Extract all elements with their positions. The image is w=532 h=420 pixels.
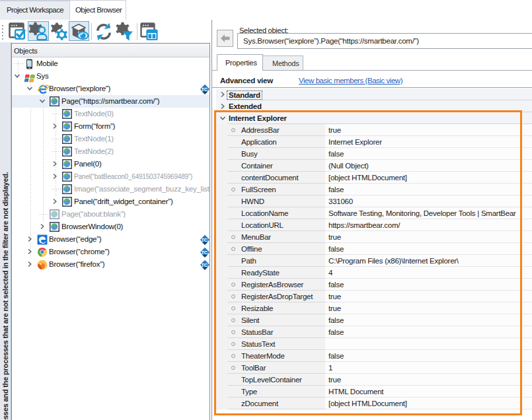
svg-text:TC: TC [202, 250, 208, 256]
svg-text:TC: TC [202, 87, 208, 92]
svg-text:TC: TC [202, 262, 208, 268]
svg-text:TC: TC [202, 237, 208, 243]
